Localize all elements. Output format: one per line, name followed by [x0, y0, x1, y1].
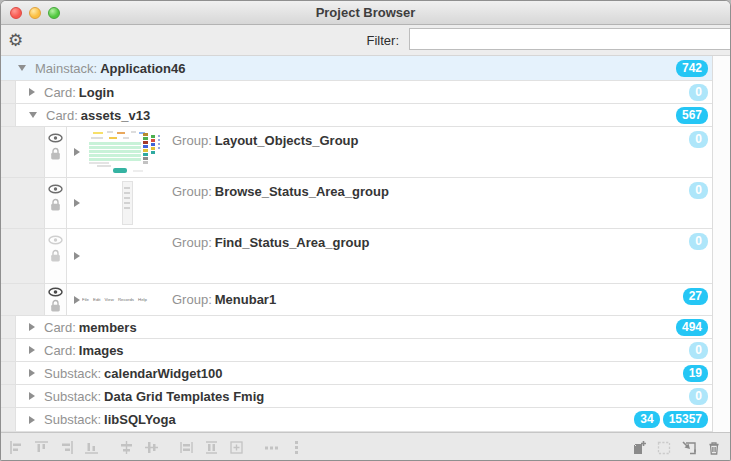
- row-label: Group:Find_Status_Area_group: [172, 235, 369, 250]
- new-object-icon[interactable]: [631, 440, 647, 456]
- count-badge: 0: [689, 233, 708, 250]
- disclosure-triangle-icon[interactable]: [29, 323, 35, 331]
- count-badge: 15357: [663, 411, 708, 428]
- row-label: Group:Layout_Objects_Group: [172, 133, 359, 148]
- tree-row-group-layout-objects[interactable]: Group:Layout_Objects_Group 0: [1, 127, 730, 178]
- indent-gutter: [1, 339, 16, 361]
- close-button[interactable]: [10, 7, 22, 19]
- count-badge: 19: [683, 365, 708, 382]
- equal-width-icon[interactable]: [179, 440, 194, 455]
- paste-disabled-icon[interactable]: [656, 440, 672, 456]
- count-badges: 34 15357: [634, 411, 708, 428]
- eye-icon[interactable]: [48, 133, 63, 143]
- group-thumbnail: File Edit View Records Help: [87, 286, 167, 313]
- group-thumbnail: [87, 180, 167, 226]
- count-badge: 494: [676, 319, 708, 336]
- equal-height-icon[interactable]: [204, 440, 219, 455]
- count-badge: 567: [676, 107, 708, 124]
- align-vertical-center-icon[interactable]: [119, 440, 134, 455]
- disclosure-triangle-icon[interactable]: [29, 112, 37, 118]
- row-label: Substack:libSQLYoga: [44, 412, 176, 427]
- row-label: Card:Images: [44, 343, 124, 358]
- bottom-toolbar: [1, 432, 730, 461]
- visibility-lock-column: [45, 178, 67, 228]
- row-label: Substack:calendarWidget100: [44, 366, 222, 381]
- eye-icon[interactable]: [48, 235, 63, 245]
- trash-icon[interactable]: [706, 440, 722, 456]
- disclosure-triangle-icon[interactable]: [29, 346, 35, 354]
- disclosure-triangle-icon[interactable]: [74, 148, 80, 156]
- align-horizontal-center-icon[interactable]: [144, 440, 159, 455]
- tree-row-card-assets-v13[interactable]: Card:assets_v13 567: [1, 104, 730, 127]
- visibility-lock-column: [45, 284, 67, 315]
- tree-row-substack-libsqlyoga[interactable]: Substack:libSQLYoga 34 15357: [1, 408, 730, 432]
- count-badge: 0: [689, 182, 708, 199]
- disclosure-triangle-icon[interactable]: [74, 296, 80, 304]
- row-label: Mainstack:Application46: [35, 61, 185, 76]
- tree-row-group-browse-status-area[interactable]: Group:Browse_Status_Area_group 0: [1, 178, 730, 229]
- indent-gutter: [1, 104, 16, 126]
- indent-gutter: [1, 127, 45, 177]
- indent-gutter: [1, 316, 16, 338]
- group-thumbnail: [87, 129, 167, 175]
- import-object-icon[interactable]: [681, 440, 697, 456]
- object-tree: Mainstack:Application46 742 Card:Login 0…: [1, 56, 730, 432]
- ellipsis-vertical-icon[interactable]: [289, 440, 304, 455]
- tree-row-substack-calendarwidget100[interactable]: Substack:calendarWidget100 19: [1, 362, 730, 385]
- disclosure-triangle-icon[interactable]: [74, 252, 80, 260]
- row-label: Group:Menubar1: [172, 292, 276, 307]
- header-bar: ⚙ Filter:: [1, 25, 730, 56]
- row-label: Group:Browse_Status_Area_group: [172, 184, 389, 199]
- tree-row-substack-data-grid-templates[interactable]: Substack:Data Grid Templates Fmig 0: [1, 385, 730, 408]
- count-badge: 34: [634, 411, 659, 428]
- filter-input[interactable]: [409, 28, 731, 50]
- align-bottom-icon[interactable]: [84, 440, 99, 455]
- zoom-button[interactable]: [48, 7, 60, 19]
- indent-gutter: [1, 229, 45, 283]
- toolbar-right-group: [631, 440, 722, 456]
- tree-row-card-images[interactable]: Card:Images 0: [1, 339, 730, 362]
- indent-gutter: [1, 408, 16, 431]
- lock-icon[interactable]: [50, 198, 61, 211]
- disclosure-triangle-icon[interactable]: [18, 65, 26, 71]
- disclosure-triangle-icon[interactable]: [29, 416, 35, 424]
- eye-icon[interactable]: [48, 184, 63, 194]
- count-badge: 0: [689, 342, 708, 359]
- visibility-lock-column: [45, 127, 67, 177]
- eye-icon[interactable]: [48, 287, 63, 297]
- tree-row-card-login[interactable]: Card:Login 0: [1, 81, 730, 104]
- count-badge: 0: [689, 388, 708, 405]
- disclosure-triangle-icon[interactable]: [29, 88, 35, 96]
- tree-row-card-members[interactable]: Card:members 494: [1, 316, 730, 339]
- window-title: Project Browser: [316, 5, 416, 20]
- lock-icon[interactable]: [50, 147, 61, 160]
- disclosure-triangle-icon[interactable]: [74, 199, 80, 207]
- tree-row-group-menubar1[interactable]: File Edit View Records Help Group:Menuba…: [1, 284, 730, 316]
- row-label: Card:Login: [44, 85, 114, 100]
- ellipsis-horizontal-icon[interactable]: [264, 440, 279, 455]
- traffic-lights: [10, 7, 60, 19]
- indent-gutter: [1, 81, 16, 103]
- align-left-icon[interactable]: [9, 440, 24, 455]
- disclosure-triangle-icon[interactable]: [29, 369, 35, 377]
- lock-icon[interactable]: [50, 299, 61, 312]
- disclosure-triangle-icon[interactable]: [29, 392, 35, 400]
- fit-size-icon[interactable]: [229, 440, 244, 455]
- indent-gutter: [1, 385, 16, 407]
- tree-row-group-find-status-area[interactable]: Group:Find_Status_Area_group 0: [1, 229, 730, 284]
- count-badge: 0: [689, 84, 708, 101]
- count-badge: 27: [683, 288, 708, 305]
- tree-row-mainstack-application46[interactable]: Mainstack:Application46 742: [1, 56, 730, 81]
- lock-icon[interactable]: [50, 249, 61, 262]
- minimize-button[interactable]: [29, 7, 41, 19]
- gear-icon[interactable]: ⚙: [8, 27, 23, 53]
- align-top-icon[interactable]: [34, 440, 49, 455]
- visibility-lock-column: [45, 229, 67, 283]
- filter-label: Filter:: [367, 33, 400, 48]
- row-label: Substack:Data Grid Templates Fmig: [44, 389, 264, 404]
- indent-gutter: [1, 362, 16, 384]
- align-right-icon[interactable]: [59, 440, 74, 455]
- scrollbar-track[interactable]: [712, 56, 730, 432]
- indent-gutter: [1, 284, 45, 315]
- project-browser-window: Project Browser ⚙ Filter: Mainstack:Appl…: [0, 0, 731, 461]
